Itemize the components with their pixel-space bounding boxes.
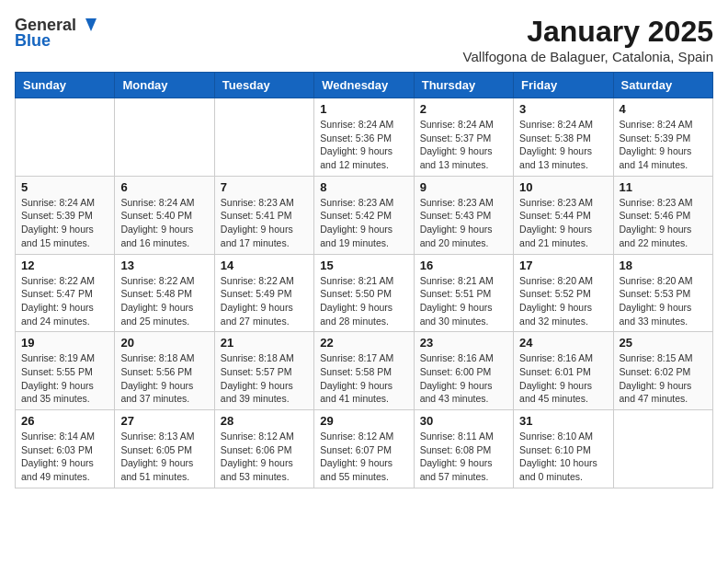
day-number: 23	[420, 336, 507, 350]
day-info: Sunrise: 8:24 AM Sunset: 5:36 PM Dayligh…	[320, 118, 407, 172]
day-info: Sunrise: 8:10 AM Sunset: 6:10 PM Dayligh…	[519, 430, 607, 484]
day-number: 21	[221, 336, 308, 350]
calendar-header-row: SundayMondayTuesdayWednesdayThursdayFrid…	[16, 73, 713, 98]
day-info: Sunrise: 8:17 AM Sunset: 5:58 PM Dayligh…	[320, 351, 407, 406]
day-number: 11	[620, 180, 707, 194]
calendar-cell	[115, 98, 214, 177]
day-info: Sunrise: 8:12 AM Sunset: 6:07 PM Dayligh…	[320, 430, 407, 484]
calendar-cell: 12Sunrise: 8:22 AM Sunset: 5:47 PM Dayli…	[16, 254, 115, 332]
col-header-thursday: Thursday	[414, 73, 513, 98]
week-row-5: 26Sunrise: 8:14 AM Sunset: 6:03 PM Dayli…	[16, 410, 713, 488]
calendar-cell	[16, 98, 115, 177]
calendar-cell: 10Sunrise: 8:23 AM Sunset: 5:44 PM Dayli…	[514, 176, 613, 254]
day-info: Sunrise: 8:23 AM Sunset: 5:42 PM Dayligh…	[320, 196, 407, 250]
calendar-cell: 9Sunrise: 8:23 AM Sunset: 5:43 PM Daylig…	[414, 176, 513, 254]
day-info: Sunrise: 8:16 AM Sunset: 6:01 PM Dayligh…	[519, 351, 607, 406]
day-info: Sunrise: 8:24 AM Sunset: 5:39 PM Dayligh…	[21, 196, 108, 250]
day-number: 31	[519, 414, 607, 428]
day-info: Sunrise: 8:24 AM Sunset: 5:40 PM Dayligh…	[120, 196, 208, 250]
week-row-3: 12Sunrise: 8:22 AM Sunset: 5:47 PM Dayli…	[16, 254, 713, 332]
day-number: 8	[320, 180, 407, 194]
week-row-1: 1Sunrise: 8:24 AM Sunset: 5:36 PM Daylig…	[16, 98, 713, 177]
day-info: Sunrise: 8:20 AM Sunset: 5:53 PM Dayligh…	[620, 274, 707, 328]
logo: General Blue	[15, 15, 98, 51]
calendar-cell: 7Sunrise: 8:23 AM Sunset: 5:41 PM Daylig…	[214, 176, 313, 254]
page-subtitle: Vallfogona de Balaguer, Catalonia, Spain	[463, 49, 713, 64]
calendar-cell: 30Sunrise: 8:11 AM Sunset: 6:08 PM Dayli…	[414, 410, 513, 488]
day-number: 16	[420, 259, 507, 272]
calendar-cell: 3Sunrise: 8:24 AM Sunset: 5:38 PM Daylig…	[514, 98, 613, 177]
day-info: Sunrise: 8:12 AM Sunset: 6:06 PM Dayligh…	[221, 430, 308, 484]
day-info: Sunrise: 8:23 AM Sunset: 5:43 PM Dayligh…	[420, 196, 507, 250]
day-info: Sunrise: 8:24 AM Sunset: 5:37 PM Dayligh…	[420, 118, 507, 172]
day-info: Sunrise: 8:19 AM Sunset: 5:55 PM Dayligh…	[21, 351, 108, 406]
calendar-cell: 18Sunrise: 8:20 AM Sunset: 5:53 PM Dayli…	[613, 254, 712, 332]
day-number: 15	[320, 259, 407, 272]
title-block: January 2025 Vallfogona de Balaguer, Cat…	[463, 15, 713, 64]
day-number: 29	[320, 414, 407, 428]
day-info: Sunrise: 8:13 AM Sunset: 6:05 PM Dayligh…	[120, 430, 208, 484]
calendar-cell: 15Sunrise: 8:21 AM Sunset: 5:50 PM Dayli…	[314, 254, 414, 332]
day-info: Sunrise: 8:11 AM Sunset: 6:08 PM Dayligh…	[420, 430, 507, 484]
day-info: Sunrise: 8:18 AM Sunset: 5:56 PM Dayligh…	[120, 351, 208, 406]
day-number: 22	[320, 336, 407, 350]
calendar-cell: 8Sunrise: 8:23 AM Sunset: 5:42 PM Daylig…	[314, 176, 414, 254]
calendar-cell: 19Sunrise: 8:19 AM Sunset: 5:55 PM Dayli…	[16, 332, 115, 410]
calendar-table: SundayMondayTuesdayWednesdayThursdayFrid…	[15, 72, 713, 488]
calendar-cell	[613, 410, 712, 488]
page-header: General Blue January 2025 Vallfogona de …	[15, 15, 713, 64]
day-info: Sunrise: 8:21 AM Sunset: 5:51 PM Dayligh…	[420, 274, 507, 328]
day-info: Sunrise: 8:22 AM Sunset: 5:48 PM Dayligh…	[120, 274, 208, 328]
calendar-cell: 20Sunrise: 8:18 AM Sunset: 5:56 PM Dayli…	[115, 332, 214, 410]
day-number: 25	[620, 336, 707, 350]
day-info: Sunrise: 8:24 AM Sunset: 5:38 PM Dayligh…	[519, 118, 607, 172]
calendar-cell: 2Sunrise: 8:24 AM Sunset: 5:37 PM Daylig…	[414, 98, 513, 177]
day-number: 6	[120, 180, 208, 194]
calendar-cell: 24Sunrise: 8:16 AM Sunset: 6:01 PM Dayli…	[514, 332, 613, 410]
calendar-cell: 26Sunrise: 8:14 AM Sunset: 6:03 PM Dayli…	[16, 410, 115, 488]
calendar-cell: 31Sunrise: 8:10 AM Sunset: 6:10 PM Dayli…	[514, 410, 613, 488]
day-number: 18	[620, 259, 707, 272]
day-info: Sunrise: 8:21 AM Sunset: 5:50 PM Dayligh…	[320, 274, 407, 328]
col-header-monday: Monday	[115, 73, 214, 98]
calendar-cell: 1Sunrise: 8:24 AM Sunset: 5:36 PM Daylig…	[314, 98, 414, 177]
day-number: 28	[221, 414, 308, 428]
day-info: Sunrise: 8:15 AM Sunset: 6:02 PM Dayligh…	[620, 351, 707, 406]
day-number: 13	[120, 259, 208, 272]
calendar-cell: 23Sunrise: 8:16 AM Sunset: 6:00 PM Dayli…	[414, 332, 513, 410]
day-info: Sunrise: 8:22 AM Sunset: 5:47 PM Dayligh…	[21, 274, 108, 328]
day-number: 2	[420, 102, 507, 116]
day-info: Sunrise: 8:24 AM Sunset: 5:39 PM Dayligh…	[620, 118, 707, 172]
day-number: 7	[221, 180, 308, 194]
col-header-tuesday: Tuesday	[214, 73, 313, 98]
calendar-cell: 29Sunrise: 8:12 AM Sunset: 6:07 PM Dayli…	[314, 410, 414, 488]
day-number: 9	[420, 180, 507, 194]
day-number: 26	[21, 414, 108, 428]
day-number: 10	[519, 180, 607, 194]
day-info: Sunrise: 8:23 AM Sunset: 5:41 PM Dayligh…	[221, 196, 308, 250]
calendar-cell: 28Sunrise: 8:12 AM Sunset: 6:06 PM Dayli…	[214, 410, 313, 488]
day-info: Sunrise: 8:18 AM Sunset: 5:57 PM Dayligh…	[221, 351, 308, 406]
calendar-cell: 27Sunrise: 8:13 AM Sunset: 6:05 PM Dayli…	[115, 410, 214, 488]
week-row-2: 5Sunrise: 8:24 AM Sunset: 5:39 PM Daylig…	[16, 176, 713, 254]
day-number: 30	[420, 414, 507, 428]
col-header-saturday: Saturday	[613, 73, 712, 98]
logo-blue: Blue	[15, 31, 51, 51]
calendar-cell: 22Sunrise: 8:17 AM Sunset: 5:58 PM Dayli…	[314, 332, 414, 410]
calendar-cell: 4Sunrise: 8:24 AM Sunset: 5:39 PM Daylig…	[613, 98, 712, 177]
day-number: 4	[620, 102, 707, 116]
day-number: 24	[519, 336, 607, 350]
col-header-wednesday: Wednesday	[314, 73, 414, 98]
week-row-4: 19Sunrise: 8:19 AM Sunset: 5:55 PM Dayli…	[16, 332, 713, 410]
day-info: Sunrise: 8:16 AM Sunset: 6:00 PM Dayligh…	[420, 351, 507, 406]
calendar-cell: 13Sunrise: 8:22 AM Sunset: 5:48 PM Dayli…	[115, 254, 214, 332]
calendar-cell: 25Sunrise: 8:15 AM Sunset: 6:02 PM Dayli…	[613, 332, 712, 410]
day-number: 27	[120, 414, 208, 428]
calendar-cell	[214, 98, 313, 177]
day-number: 5	[21, 180, 108, 194]
logo-icon	[78, 15, 98, 35]
col-header-sunday: Sunday	[16, 73, 115, 98]
calendar-cell: 5Sunrise: 8:24 AM Sunset: 5:39 PM Daylig…	[16, 176, 115, 254]
calendar-cell: 6Sunrise: 8:24 AM Sunset: 5:40 PM Daylig…	[115, 176, 214, 254]
col-header-friday: Friday	[514, 73, 613, 98]
